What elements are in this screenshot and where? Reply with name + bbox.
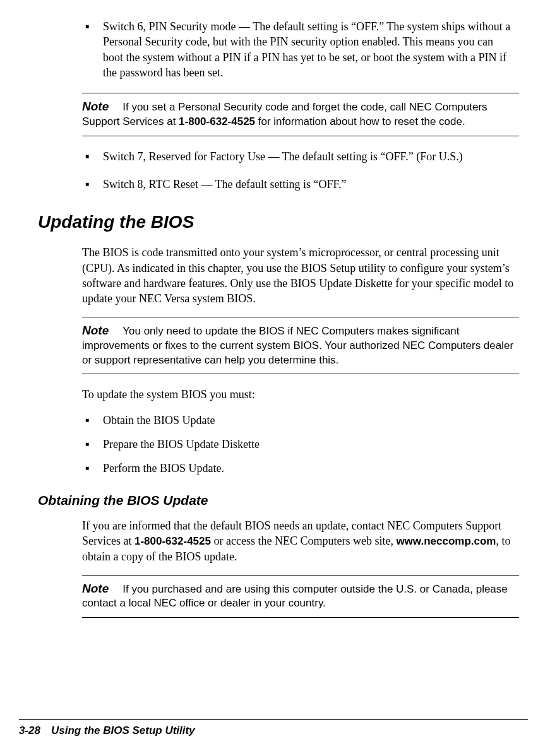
step-text: Prepare the BIOS Update Diskette [103, 437, 515, 452]
list-item: ■ Perform the BIOS Update. [85, 461, 515, 476]
bullet-icon: ■ [85, 149, 103, 164]
bullet-icon: ■ [85, 19, 103, 80]
step-text: Obtain the BIOS Update [103, 413, 515, 428]
list-item: ■ Obtain the BIOS Update [85, 413, 515, 428]
note-label: Note [82, 582, 109, 595]
note-label: Note [82, 324, 109, 337]
bullet-text: Switch 7, Reserved for Factory Use — The… [103, 149, 515, 164]
note-text-after: for information about how to reset the c… [255, 115, 465, 127]
note-phone: 1-800-632-4525 [179, 115, 255, 127]
para-obtaining: If you are informed that the default BIO… [82, 518, 518, 565]
note-label: Note [82, 100, 109, 113]
para-steps-intro: To update the system BIOS you must: [82, 387, 518, 402]
list-item: ■ Switch 8, RTC Reset — The default sett… [85, 177, 515, 192]
heading-obtaining: Obtaining the BIOS Update [38, 492, 528, 509]
website-url: www.neccomp.com [396, 535, 496, 547]
bullet-list-top: ■ Switch 6, PIN Security mode — The defa… [85, 19, 515, 80]
bullet-icon: ■ [85, 461, 103, 476]
steps-list: ■ Obtain the BIOS Update ■ Prepare the B… [85, 413, 515, 476]
para-updating: The BIOS is code transmitted onto your s… [82, 245, 518, 306]
bullet-list-mid: ■ Switch 7, Reserved for Factory Use — T… [85, 149, 515, 192]
bullet-icon: ■ [85, 413, 103, 428]
note-box-pin: NoteIf you set a Personal Security code … [82, 93, 519, 136]
note-text: You only need to update the BIOS if NEC … [82, 325, 513, 366]
list-item: ■ Switch 6, PIN Security mode — The defa… [85, 19, 515, 80]
bullet-icon: ■ [85, 177, 103, 192]
list-item: ■ Switch 7, Reserved for Factory Use — T… [85, 149, 515, 164]
note-box-intl: NoteIf you purchased and are using this … [82, 575, 519, 618]
list-item: ■ Prepare the BIOS Update Diskette [85, 437, 515, 452]
step-text: Perform the BIOS Update. [103, 461, 515, 476]
bullet-text: Switch 8, RTC Reset — The default settin… [103, 177, 515, 192]
heading-updating-bios: Updating the BIOS [38, 210, 528, 234]
page-footer: 3-28 Using the BIOS Setup Utility [19, 719, 528, 738]
phone-number: 1-800-632-4525 [134, 535, 211, 547]
note-text: If you purchased and are using this comp… [82, 583, 508, 610]
para-text-mid: or access the NEC Computers web site, [211, 535, 396, 547]
note-box-update: NoteYou only need to update the BIOS if … [82, 317, 519, 375]
bullet-text: Switch 6, PIN Security mode — The defaul… [103, 19, 515, 80]
bullet-icon: ■ [85, 437, 103, 452]
